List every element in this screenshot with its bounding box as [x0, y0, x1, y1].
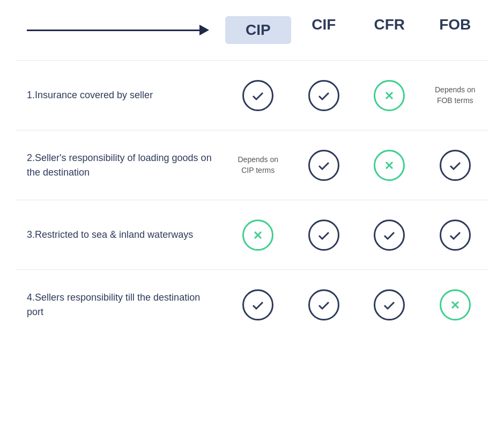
header-row: CIP CIF CFR FOB — [16, 16, 488, 44]
note-text: Depends on CIP terms — [234, 155, 282, 176]
row-label: 3.Restricted to sea & inland waterways — [16, 228, 225, 242]
check-dark-icon — [440, 220, 471, 251]
check-dark-icon — [308, 80, 339, 111]
col-header-cif: CIF — [291, 16, 357, 44]
check-dark-icon — [308, 289, 339, 320]
check-dark-icon — [308, 150, 339, 181]
arrow-area — [16, 25, 225, 35]
col-header-cip: CIP — [225, 16, 291, 44]
col-header-fob: FOB — [423, 16, 488, 44]
cross-green-icon — [374, 80, 405, 111]
row-cells — [225, 220, 488, 251]
cell-r3-cfr — [357, 220, 423, 251]
row-label: 2.Seller's responsibility of loading goo… — [16, 151, 225, 180]
row-label: 1.Insurance covered by seller — [16, 88, 225, 103]
cell-r3-fob — [423, 220, 488, 251]
arrow-head — [199, 25, 209, 35]
check-dark-icon — [308, 220, 339, 251]
note-text: Depends on FOB terms — [431, 85, 479, 106]
check-dark-icon — [242, 80, 273, 111]
cell-r2-cfr — [357, 150, 423, 181]
table-row: 4.Sellers responsibility till the destin… — [16, 269, 488, 339]
main-container: CIP CIF CFR FOB 1.Insurance covered by s… — [0, 0, 504, 423]
check-dark-icon — [374, 220, 405, 251]
cell-r3-cif — [291, 220, 357, 251]
cell-r4-fob — [423, 289, 488, 320]
cell-r2-fob — [423, 150, 488, 181]
data-rows: 1.Insurance covered by seller — [16, 60, 488, 339]
cell-r4-cip — [225, 289, 291, 320]
cell-r1-cip — [225, 80, 291, 111]
arrow-line — [27, 30, 199, 31]
cell-r2-cip: Depends on CIP terms — [225, 150, 291, 181]
cell-r1-cif — [291, 80, 357, 111]
column-headers: CIP CIF CFR FOB — [225, 16, 488, 44]
cell-r4-cfr — [357, 289, 423, 320]
row-cells: Depends on CIP terms — [225, 150, 488, 181]
cell-r1-cfr — [357, 80, 423, 111]
cell-r3-cip — [225, 220, 291, 251]
cross-green-icon — [440, 289, 471, 320]
cross-green-icon — [374, 150, 405, 181]
row-label: 4.Sellers responsibility till the destin… — [16, 290, 225, 319]
check-dark-icon — [242, 289, 273, 320]
cell-r2-cif — [291, 150, 357, 181]
table-row: 3.Restricted to sea & inland waterways — [16, 200, 488, 269]
cross-green-icon — [242, 220, 273, 251]
col-header-cfr: CFR — [357, 16, 423, 44]
row-cells: Depends on FOB terms — [225, 80, 488, 111]
check-dark-icon — [374, 289, 405, 320]
arrow — [27, 25, 209, 35]
cell-r1-fob: Depends on FOB terms — [423, 80, 488, 111]
table-row: 2.Seller's responsibility of loading goo… — [16, 130, 488, 200]
check-dark-icon — [440, 150, 471, 181]
row-cells — [225, 289, 488, 320]
cell-r4-cif — [291, 289, 357, 320]
table-row: 1.Insurance covered by seller — [16, 60, 488, 130]
